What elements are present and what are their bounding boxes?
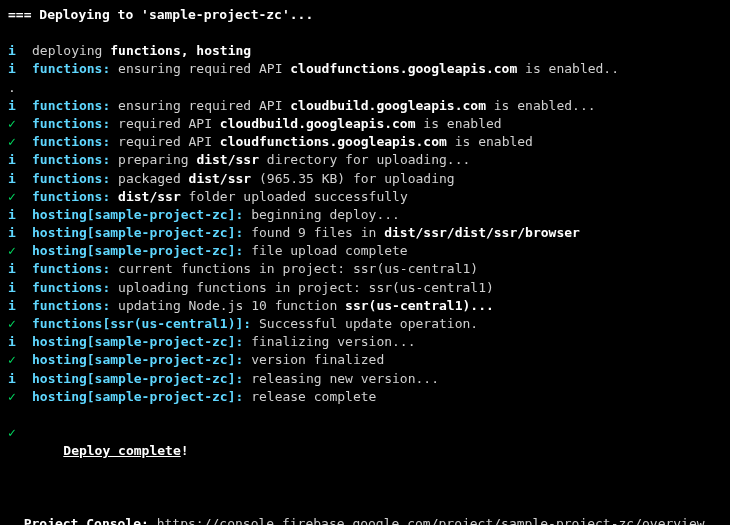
log-content: deploying functions, hosting	[32, 42, 722, 60]
log-line: ✓functions: required API cloudfunctions.…	[8, 133, 722, 151]
log-line: ✓functions: dist/ssr folder uploaded suc…	[8, 188, 722, 206]
log-content: functions[ssr(us-central1)]: Successful …	[32, 315, 722, 333]
info-icon: i	[8, 370, 32, 388]
log-content: functions: required API cloudfunctions.g…	[32, 133, 722, 151]
project-console-line: Project Console: https://console.firebas…	[8, 497, 722, 526]
log-line: ideploying functions, hosting	[8, 42, 722, 60]
log-content: functions: preparing dist/ssr directory …	[32, 151, 722, 169]
info-icon: i	[8, 224, 32, 242]
log-line: ✓hosting[sample-project-zc]: version fin…	[8, 351, 722, 369]
log-content: .	[8, 79, 722, 97]
log-line: ihosting[sample-project-zc]: beginning d…	[8, 206, 722, 224]
log-content: hosting[sample-project-zc]: beginning de…	[32, 206, 722, 224]
log-content: functions: current functions in project:…	[32, 260, 722, 278]
info-icon: i	[8, 42, 32, 60]
log-content: functions: ensuring required API cloudbu…	[32, 97, 722, 115]
info-icon: i	[8, 97, 32, 115]
log-content: hosting[sample-project-zc]: releasing ne…	[32, 370, 722, 388]
log-line: ihosting[sample-project-zc]: releasing n…	[8, 370, 722, 388]
log-content: functions: ensuring required API cloudfu…	[32, 60, 722, 78]
log-line: ihosting[sample-project-zc]: finalizing …	[8, 333, 722, 351]
info-icon: i	[8, 170, 32, 188]
log-content: functions: uploading functions in projec…	[32, 279, 722, 297]
log-line: ifunctions: current functions in project…	[8, 260, 722, 278]
log-content: hosting[sample-project-zc]: release comp…	[32, 388, 722, 406]
log-line: ihosting[sample-project-zc]: found 9 fil…	[8, 224, 722, 242]
log-content: hosting[sample-project-zc]: version fina…	[32, 351, 722, 369]
check-icon: ✓	[8, 424, 32, 479]
check-icon: ✓	[8, 388, 32, 406]
log-content: functions: required API cloudbuild.googl…	[32, 115, 722, 133]
log-line: ifunctions: ensuring required API cloudf…	[8, 60, 722, 78]
info-icon: i	[8, 151, 32, 169]
log-content: functions: dist/ssr folder uploaded succ…	[32, 188, 722, 206]
project-console-url: https://console.firebase.google.com/proj…	[157, 516, 705, 525]
check-icon: ✓	[8, 133, 32, 151]
log-line: ✓functions: required API cloudbuild.goog…	[8, 115, 722, 133]
log-output: ideploying functions, hostingifunctions:…	[8, 42, 722, 406]
info-icon: i	[8, 60, 32, 78]
log-line: ifunctions: preparing dist/ssr directory…	[8, 151, 722, 169]
check-icon: ✓	[8, 242, 32, 260]
check-icon: ✓	[8, 115, 32, 133]
log-content: functions: packaged dist/ssr (965.35 KB)…	[32, 170, 722, 188]
log-line: .	[8, 79, 722, 97]
info-icon: i	[8, 206, 32, 224]
deploy-complete-text: Deploy complete	[63, 443, 180, 458]
log-line: ifunctions: uploading functions in proje…	[8, 279, 722, 297]
deploy-header: === Deploying to 'sample-project-zc'...	[8, 6, 722, 24]
log-content: hosting[sample-project-zc]: file upload …	[32, 242, 722, 260]
log-line: ifunctions: updating Node.js 10 function…	[8, 297, 722, 315]
log-content: functions: updating Node.js 10 function …	[32, 297, 722, 315]
deploy-complete-line: ✓ Deploy complete!	[8, 424, 722, 479]
check-icon: ✓	[8, 315, 32, 333]
log-line: ifunctions: packaged dist/ssr (965.35 KB…	[8, 170, 722, 188]
log-line: ifunctions: ensuring required API cloudb…	[8, 97, 722, 115]
info-icon: i	[8, 333, 32, 351]
info-icon: i	[8, 260, 32, 278]
info-icon: i	[8, 279, 32, 297]
check-icon: ✓	[8, 188, 32, 206]
info-icon: i	[8, 297, 32, 315]
log-content: hosting[sample-project-zc]: finalizing v…	[32, 333, 722, 351]
log-line: ✓functions[ssr(us-central1)]: Successful…	[8, 315, 722, 333]
log-line: ✓hosting[sample-project-zc]: release com…	[8, 388, 722, 406]
log-content: hosting[sample-project-zc]: found 9 file…	[32, 224, 722, 242]
project-console-label: Project Console:	[24, 516, 149, 525]
check-icon: ✓	[8, 351, 32, 369]
log-line: ✓hosting[sample-project-zc]: file upload…	[8, 242, 722, 260]
